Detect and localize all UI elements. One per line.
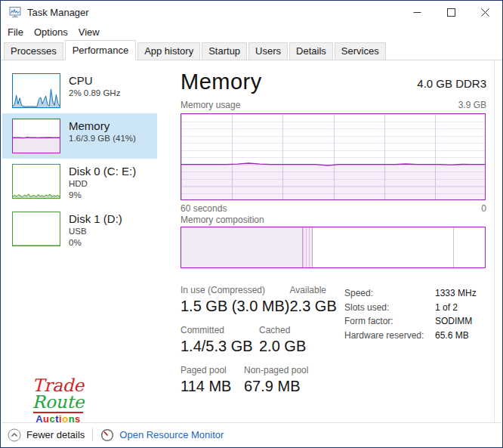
paged-pool-value: 114 MB bbox=[181, 378, 244, 395]
minimize-button[interactable] bbox=[400, 1, 434, 23]
memory-composition-bar bbox=[181, 227, 486, 268]
cpu-subtitle: 2% 0.89 GHz bbox=[69, 88, 120, 99]
footer-divider bbox=[92, 428, 93, 441]
performance-sidebar: CPU 2% 0.89 GHz Memory 1.6/3.9 GB (41%) bbox=[2, 68, 157, 254]
available-label: Available bbox=[290, 285, 337, 295]
slots-used-value: 1 of 2 bbox=[435, 301, 458, 315]
disk1-type: USB bbox=[69, 226, 122, 237]
disk0-title: Disk 0 (C: E:) bbox=[69, 164, 136, 178]
pane-title: Memory bbox=[181, 70, 262, 94]
menu-file[interactable]: File bbox=[2, 25, 29, 39]
committed-label: Committed bbox=[181, 325, 259, 335]
tab-strip: Processes Performance App history Startu… bbox=[1, 40, 502, 60]
paged-pool-label: Paged pool bbox=[181, 365, 244, 375]
open-resource-monitor-label: Open Resource Monitor bbox=[119, 429, 224, 440]
disk1-title: Disk 1 (D:) bbox=[69, 212, 122, 226]
tab-users[interactable]: Users bbox=[248, 42, 288, 60]
title-bar: Task Manager bbox=[1, 1, 502, 23]
hardware-reserved-label: Hardware reserved: bbox=[344, 329, 435, 343]
memory-capacity: 4.0 GB DDR3 bbox=[417, 77, 486, 90]
in-use-label: In use (Compressed) bbox=[181, 285, 290, 295]
composition-segment-in-use bbox=[181, 227, 303, 267]
memory-title: Memory bbox=[69, 119, 136, 133]
speed-value: 1333 MHz bbox=[435, 286, 477, 301]
committed-value: 1.4/5.3 GB bbox=[181, 338, 259, 355]
menu-bar: File Options View bbox=[1, 23, 502, 40]
logo-line-route: Route bbox=[27, 394, 89, 411]
sidebar-item-memory[interactable]: Memory 1.6/3.9 GB (41%) bbox=[2, 113, 157, 159]
chevron-up-circle-icon bbox=[8, 428, 21, 442]
logo-line-trade: Trade bbox=[27, 377, 89, 394]
memory-pane: Memory 4.0 GB DDR3 Memory usage 3.9 GB 6… bbox=[168, 60, 498, 422]
open-resource-monitor-link[interactable]: Open Resource Monitor bbox=[100, 428, 224, 442]
sidebar-item-disk0[interactable]: Disk 0 (C: E:) HDD 9% bbox=[2, 159, 157, 206]
available-value: 2.3 GB bbox=[290, 298, 337, 315]
in-use-value: 1.5 GB (3.0 MB) bbox=[181, 298, 290, 315]
sidebar-item-cpu[interactable]: CPU 2% 0.89 GHz bbox=[2, 68, 157, 113]
task-manager-app-icon bbox=[9, 6, 21, 18]
cached-value: 2.0 GB bbox=[259, 338, 306, 355]
hardware-reserved-value: 65.6 MB bbox=[435, 329, 469, 343]
trade-route-auctions-logo: Trade Route Auctions bbox=[27, 377, 89, 425]
disk1-mini-chart bbox=[12, 212, 60, 246]
fewer-details-button[interactable]: Fewer details bbox=[8, 428, 85, 442]
nonpaged-pool-value: 67.9 MB bbox=[244, 378, 308, 395]
cached-label: Cached bbox=[259, 325, 306, 335]
speed-label: Speed: bbox=[344, 286, 435, 301]
resource-monitor-gauge-icon bbox=[100, 428, 114, 442]
memory-subtitle: 1.6/3.9 GB (41%) bbox=[69, 133, 136, 144]
disk0-type: HDD bbox=[69, 178, 136, 190]
tab-app-history[interactable]: App history bbox=[137, 42, 200, 60]
tab-details[interactable]: Details bbox=[289, 42, 333, 60]
memory-mini-chart bbox=[12, 119, 60, 153]
x-axis-left-label: 60 seconds bbox=[181, 203, 227, 214]
menu-view[interactable]: View bbox=[73, 25, 105, 39]
disk1-usage: 0% bbox=[69, 237, 122, 249]
composition-segment-modified bbox=[303, 227, 313, 267]
logo-line-auctions: Auctions bbox=[27, 414, 89, 425]
composition-label: Memory composition bbox=[181, 215, 264, 225]
slots-used-label: Slots used: bbox=[344, 301, 435, 315]
form-factor-label: Form factor: bbox=[344, 314, 435, 329]
usage-chart-max: 3.9 GB bbox=[458, 100, 486, 110]
disk0-usage: 9% bbox=[69, 190, 136, 201]
composition-segment-free bbox=[453, 227, 485, 267]
disk0-mini-chart bbox=[12, 164, 60, 199]
fewer-details-label: Fewer details bbox=[26, 429, 85, 440]
cpu-mini-chart bbox=[12, 73, 60, 108]
cpu-title: CPU bbox=[69, 73, 120, 88]
close-button[interactable] bbox=[468, 1, 502, 23]
hardware-details: Speed: 1333 MHz Slots used: 1 of 2 Form … bbox=[344, 286, 477, 342]
composition-segment-standby bbox=[313, 227, 453, 267]
window-title: Task Manager bbox=[27, 7, 400, 18]
tab-startup[interactable]: Startup bbox=[202, 42, 247, 60]
maximize-button[interactable] bbox=[434, 1, 468, 23]
footer-bar: Fewer details Open Resource Monitor bbox=[2, 422, 501, 446]
performance-content: CPU 2% 0.89 GHz Memory 1.6/3.9 GB (41%) bbox=[2, 60, 501, 422]
menu-options[interactable]: Options bbox=[29, 25, 73, 39]
memory-stats: In use (Compressed) 1.5 GB (3.0 MB) Avai… bbox=[181, 285, 332, 405]
form-factor-value: SODIMM bbox=[435, 314, 472, 329]
x-axis-right-label: 0 bbox=[481, 203, 486, 214]
tab-services[interactable]: Services bbox=[335, 42, 386, 60]
sidebar-item-disk1[interactable]: Disk 1 (D:) USB 0% bbox=[2, 206, 157, 254]
memory-usage-chart bbox=[181, 113, 486, 200]
nonpaged-pool-label: Non-paged pool bbox=[244, 365, 308, 375]
task-manager-window: Task Manager File Options View Processes… bbox=[0, 0, 503, 448]
usage-chart-label: Memory usage bbox=[181, 100, 240, 110]
tab-processes[interactable]: Processes bbox=[4, 42, 63, 60]
tab-performance[interactable]: Performance bbox=[65, 40, 136, 60]
